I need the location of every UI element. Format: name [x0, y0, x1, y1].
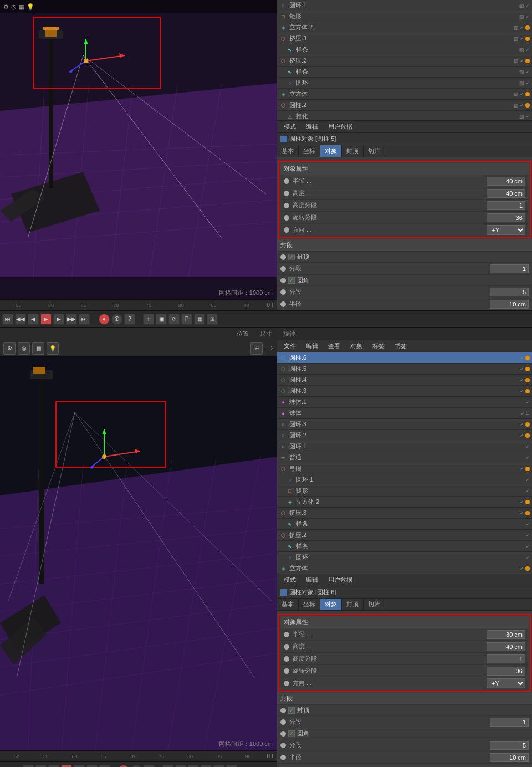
menu-file[interactable]: 文件: [279, 341, 300, 351]
obj-torus1-b[interactable]: ○ 圆环.1 ✓: [277, 441, 532, 452]
obj-boole[interactable]: ⬡ 弓揭 ✓: [277, 463, 532, 474]
menu-bookmark[interactable]: 书签: [390, 341, 411, 351]
viewport-icon2[interactable]: ◎: [11, 3, 17, 11]
cb-fillet-top[interactable]: [288, 277, 295, 284]
radio-radius-top[interactable]: [284, 178, 289, 184]
input-filletrad-top[interactable]: [490, 300, 529, 309]
input-radius-bottom[interactable]: [487, 630, 525, 639]
btn-next-last-b[interactable]: ⏭: [99, 765, 110, 768]
input-radius-top[interactable]: [487, 177, 525, 186]
btn-render-b[interactable]: ▦: [213, 765, 224, 768]
obj-item-circle1[interactable]: ○ 圆环.1 ▧✓: [277, 0, 532, 11]
obj-plain[interactable]: ▭ 普通 ✓: [277, 452, 532, 463]
obj-spline-b2[interactable]: ∿ 样条 ✓: [277, 541, 532, 552]
radio-cap-bottom[interactable]: [280, 708, 286, 713]
radio-hseg-bottom[interactable]: [284, 656, 289, 662]
viewport-icon4[interactable]: 💡: [27, 3, 34, 11]
obj-item-cube[interactable]: ◈ 立方体 ▧✓: [277, 89, 532, 100]
obj-item-cube2[interactable]: ◈ 立方体.2 ▧✓: [277, 22, 532, 33]
viewport-icon3[interactable]: ▦: [19, 3, 24, 11]
tab-coord-bottom[interactable]: 坐标: [299, 599, 320, 610]
obj-torus3[interactable]: ○ 圆环.3 ✓: [277, 419, 532, 430]
btn-next-b[interactable]: ▶▶: [86, 765, 98, 768]
input-filletseg-top[interactable]: [490, 288, 529, 296]
input-rseg-bottom[interactable]: [487, 667, 525, 676]
tab-object-bottom[interactable]: 对象: [320, 599, 342, 610]
obj-item-rect[interactable]: □ 矩形 ▧✓: [277, 11, 532, 22]
mode-tab-model[interactable]: 模式: [279, 121, 300, 132]
menu-object[interactable]: 对象: [346, 341, 367, 351]
btn-grid-top[interactable]: ⊞: [207, 314, 218, 325]
radio-capseg-bottom[interactable]: [280, 719, 286, 725]
mode-tab-user-b[interactable]: 用户数据: [324, 575, 357, 585]
btn-move-top[interactable]: ✛: [143, 314, 154, 325]
cb-cap-bottom[interactable]: [288, 707, 295, 714]
btn-step-prev-b[interactable]: ◀: [48, 765, 59, 768]
viewport-icon1[interactable]: ⚙: [3, 3, 9, 11]
radio-dir-bottom[interactable]: [284, 681, 289, 686]
mode-tab-model-b[interactable]: 模式: [279, 575, 300, 585]
obj-cube-b[interactable]: ◈ 立方体 ✓: [277, 563, 532, 574]
obj-sphere1[interactable]: ● 球体.1 ✓: [277, 397, 532, 408]
props-tabs-top[interactable]: 基本 坐标 对象 封顶 切片: [277, 145, 532, 157]
input-height-top[interactable]: [487, 189, 525, 198]
mode-tab-edit[interactable]: 编辑: [301, 121, 323, 132]
btn-render-top[interactable]: ▦: [194, 314, 205, 325]
radio-hseg-top[interactable]: [284, 203, 289, 208]
mode-tab-edit-b[interactable]: 编辑: [301, 575, 323, 585]
object-list-bottom[interactable]: ⬡ 圆柱.6 ✓ ⬡ 圆柱.5 ✓ ⬡ 圆柱.4 ✓: [277, 352, 532, 574]
radio-rseg-bottom[interactable]: [284, 668, 289, 674]
obj-cyl4[interactable]: ⬡ 圆柱.4 ✓: [277, 375, 532, 386]
object-list-top[interactable]: ○ 圆环.1 ▧✓ □ 矩形 ▧✓ ◈ 立方体.2 ▧✓: [277, 0, 532, 121]
props-tabs-bottom[interactable]: 基本 坐标 对象 封顶 切片: [277, 599, 532, 611]
obj-item-extrude3[interactable]: ⬡ 挤压.3 ▧✓: [277, 33, 532, 44]
top-viewport[interactable]: ⚙ ◎ ▦ 💡 网格间距：1000 cm 55 60 65 70 75 80 8…: [0, 0, 277, 310]
btn-help-top[interactable]: ?: [124, 314, 135, 325]
vc-display[interactable]: ▦: [32, 342, 44, 355]
btn-prev-first-top[interactable]: ⏮: [2, 314, 13, 325]
menu-tag[interactable]: 标签: [368, 341, 389, 351]
obj-cyl5[interactable]: ⬡ 圆柱.5 ✓: [277, 364, 532, 375]
btn-next-top[interactable]: ▶▶: [66, 314, 77, 325]
cap-section-top[interactable]: 封段: [277, 239, 532, 252]
input-filletseg-bottom[interactable]: [490, 741, 529, 750]
obj-extr3-b[interactable]: ⬡ 挤压.3 ✓: [277, 508, 532, 519]
radio-filletrad-bottom[interactable]: [280, 755, 286, 760]
select-dir-top[interactable]: +Y+X+Z: [487, 225, 525, 235]
vc-maximize[interactable]: ⊕: [250, 342, 263, 355]
input-filletrad-bottom[interactable]: [490, 753, 529, 762]
radio-dir-top[interactable]: [284, 227, 289, 233]
obj-item-torus1[interactable]: ○ 圆环 ▧✓: [277, 78, 532, 89]
btn-prev-b[interactable]: ◀◀: [35, 765, 47, 768]
btn-record-b[interactable]: ●: [118, 765, 129, 768]
radio-fillet-bottom[interactable]: [280, 731, 286, 737]
btn-play-b[interactable]: ▶: [61, 765, 72, 768]
menu-edit[interactable]: 编辑: [301, 341, 323, 351]
section-header-bottom[interactable]: 对象属性: [280, 616, 529, 628]
obj-torus2[interactable]: ○ 圆环.2 ✓: [277, 430, 532, 441]
tab-cap-top[interactable]: 封顶: [342, 145, 364, 157]
tab-object-top[interactable]: 对象: [320, 145, 342, 157]
cap-section-bottom[interactable]: 封段: [277, 693, 532, 705]
btn-record-top[interactable]: ●: [99, 314, 110, 325]
btn-step-next-top[interactable]: ▶: [53, 314, 64, 325]
toolbar-rotation-top[interactable]: 旋转: [283, 330, 295, 338]
obj-cube2-b[interactable]: ◈ 立方体.2 ✓: [277, 497, 532, 508]
section-header-top[interactable]: 对象属性: [280, 163, 529, 175]
btn-step-next-b[interactable]: ▶: [74, 765, 85, 768]
btn-grid-b[interactable]: ⊞: [226, 765, 237, 768]
radio-rseg-top[interactable]: [284, 215, 289, 221]
btn-rotate-top[interactable]: ⟳: [168, 314, 180, 325]
vc-settings[interactable]: ⚙: [3, 342, 16, 355]
radio-height-top[interactable]: [284, 191, 289, 196]
radio-capseg-top[interactable]: [280, 266, 286, 272]
input-hseg-bottom[interactable]: [487, 654, 525, 663]
tab-slice-bottom[interactable]: 切片: [364, 599, 385, 610]
obj-item-taper[interactable]: △ 推化 ▧✓: [277, 111, 532, 121]
obj-item-cylinder2[interactable]: ⬡ 圆柱.2 ▧✓: [277, 100, 532, 111]
obj-sphere[interactable]: ● 球体 ✓⊞: [277, 408, 532, 419]
obj-spline-b1[interactable]: ∿ 样条 ✓: [277, 519, 532, 530]
input-rseg-top[interactable]: [487, 213, 525, 222]
mode-tab-user[interactable]: 用户数据: [324, 121, 357, 132]
menu-view[interactable]: 查看: [324, 341, 345, 351]
